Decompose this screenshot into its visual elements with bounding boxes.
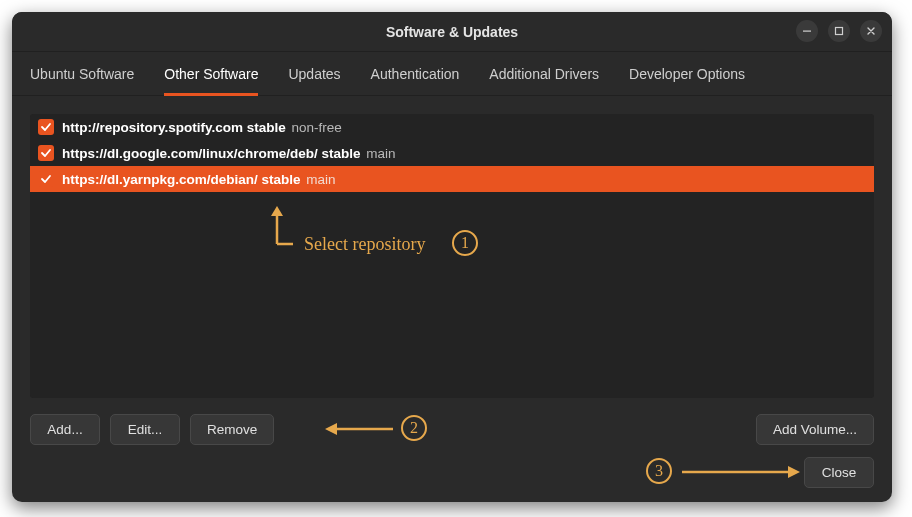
tab-label: Authentication: [371, 66, 460, 82]
tab-ubuntu-software[interactable]: Ubuntu Software: [30, 52, 134, 95]
tab-label: Additional Drivers: [489, 66, 599, 82]
repository-checkbox[interactable]: [38, 171, 54, 187]
dialog-footer: Close: [30, 457, 874, 488]
tab-label: Other Software: [164, 66, 258, 82]
tab-developer-options[interactable]: Developer Options: [629, 52, 745, 95]
titlebar: Software & Updates: [12, 12, 892, 52]
repository-url: http://repository.spotify.com stable non…: [62, 120, 342, 135]
tab-additional-drivers[interactable]: Additional Drivers: [489, 52, 599, 95]
edit-repository-button[interactable]: Edit...: [110, 414, 180, 445]
maximize-icon: [834, 26, 844, 36]
check-icon: [40, 147, 52, 159]
tab-label: Developer Options: [629, 66, 745, 82]
tab-label: Ubuntu Software: [30, 66, 134, 82]
repository-row[interactable]: https://dl.google.com/linux/chrome/deb/ …: [30, 140, 874, 166]
repository-checkbox[interactable]: [38, 145, 54, 161]
close-button[interactable]: Close: [804, 457, 874, 488]
repository-list[interactable]: http://repository.spotify.com stable non…: [30, 114, 874, 398]
tab-label: Updates: [288, 66, 340, 82]
tab-authentication[interactable]: Authentication: [371, 52, 460, 95]
repository-url: https://dl.google.com/linux/chrome/deb/ …: [62, 146, 396, 161]
repository-row-selected[interactable]: https://dl.yarnpkg.com/debian/ stable ma…: [30, 166, 874, 192]
minimize-icon: [802, 26, 812, 36]
svg-rect-1: [836, 28, 843, 35]
repository-row[interactable]: http://repository.spotify.com stable non…: [30, 114, 874, 140]
check-icon: [40, 173, 52, 185]
minimize-button[interactable]: [796, 20, 818, 42]
tab-bar: Ubuntu Software Other Software Updates A…: [12, 52, 892, 96]
tab-updates[interactable]: Updates: [288, 52, 340, 95]
content-area: http://repository.spotify.com stable non…: [12, 96, 892, 502]
check-icon: [40, 121, 52, 133]
add-repository-button[interactable]: Add...: [30, 414, 100, 445]
window-title: Software & Updates: [386, 24, 518, 40]
maximize-button[interactable]: [828, 20, 850, 42]
remove-repository-button[interactable]: Remove: [190, 414, 274, 445]
add-volume-button[interactable]: Add Volume...: [756, 414, 874, 445]
repository-url: https://dl.yarnpkg.com/debian/ stable ma…: [62, 172, 336, 187]
spacer: [284, 414, 746, 445]
repository-button-row: Add... Edit... Remove Add Volume...: [30, 414, 874, 445]
software-updates-window: Software & Updates Ubuntu Software Other…: [12, 12, 892, 502]
window-controls: [796, 20, 882, 42]
svg-rect-0: [803, 31, 811, 32]
close-icon: [866, 26, 876, 36]
tab-other-software[interactable]: Other Software: [164, 52, 258, 95]
close-window-button[interactable]: [860, 20, 882, 42]
repository-checkbox[interactable]: [38, 119, 54, 135]
